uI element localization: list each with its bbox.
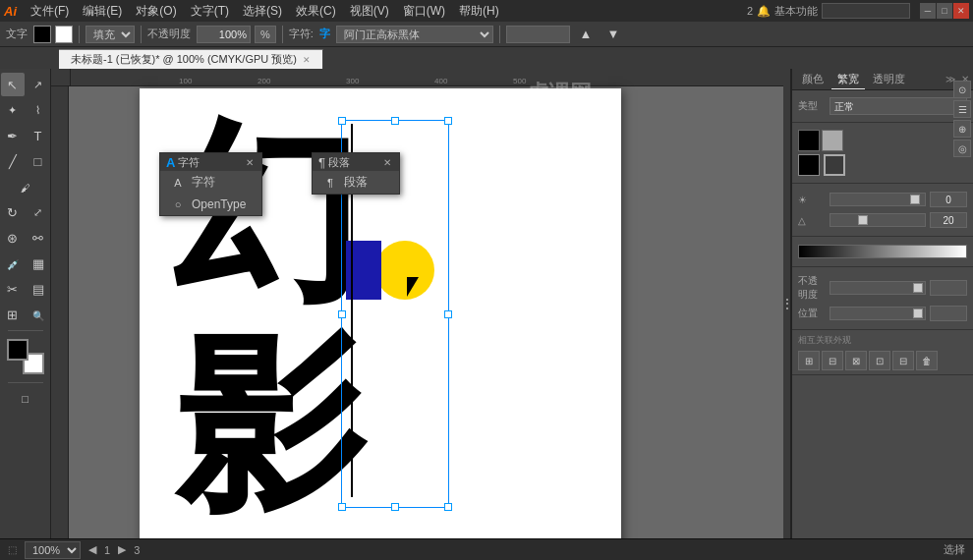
down-icon[interactable]: ▼ [601,25,625,44]
menu-view[interactable]: 视图(V) [344,1,395,22]
menu-edit[interactable]: 编辑(E) [77,1,128,22]
handle-tc[interactable] [391,117,399,125]
char-label-zf: 字符 [192,174,215,191]
ruler-mark-4: 400 [434,77,447,85]
rp-gradient-bar[interactable] [798,245,967,258]
char-item-opentype[interactable]: ○ OpenType [160,194,261,215]
rp-btn-2[interactable]: ⊟ [822,351,843,370]
status-page: 1 [104,544,110,556]
maximize-button[interactable]: □ [937,3,952,19]
selection-tool[interactable] [1,73,25,96]
para-panel-close[interactable]: ✕ [381,156,393,168]
menu-help[interactable]: 帮助(H) [453,1,505,22]
rp-type-select[interactable]: 正常 [830,97,967,115]
main-layout: ↗ ✦ ⌇ ⤢ [0,69,973,538]
handle-tr[interactable] [444,117,452,125]
rp-btn-5[interactable]: ⊟ [892,351,914,370]
handle-bl[interactable] [338,503,346,511]
magic-wand-tool[interactable]: ✦ [1,98,25,122]
rp-tab-color[interactable]: 颜色 [796,70,830,88]
lasso-tool[interactable]: ⌇ [27,98,50,122]
rp-position-input[interactable] [930,306,967,321]
brush-tool[interactable] [14,175,37,198]
rp-level-input[interactable] [930,212,967,228]
menu-select[interactable]: 选择(S) [237,1,288,22]
handle-bc[interactable] [391,503,399,511]
status-right-arrow[interactable]: ▶ [118,543,126,556]
menu-text[interactable]: 文字(T) [185,1,235,22]
fill-swatch-fg[interactable] [33,26,51,43]
para-icon: ¶ [322,175,338,191]
search-input[interactable] [822,3,910,19]
color-selector[interactable] [7,339,44,374]
eyedrop-tool[interactable] [1,252,25,275]
rp-btn-3[interactable]: ⊠ [845,351,867,370]
char-item-zf[interactable]: A 字符 [160,171,261,194]
foreground-color-swatch[interactable] [7,339,29,361]
direct-select-tool[interactable]: ↗ [27,73,50,96]
rp-tool-2[interactable]: ☰ [953,100,971,118]
rp-angle-slider[interactable] [830,193,926,206]
char-panel-close[interactable]: ✕ [244,156,256,168]
rp-swatch-black[interactable] [798,130,820,151]
warp-tool[interactable] [1,226,25,250]
menu-effect[interactable]: 效果(C) [290,1,342,22]
opacity-input[interactable]: 100% [197,26,251,43]
rp-btn-1[interactable]: ⊞ [798,351,820,370]
tab-close-btn[interactable]: ✕ [303,55,311,65]
rp-tool-1[interactable]: ⊙ [953,81,971,98]
rp-opacity-input[interactable] [930,280,967,296]
rp-level-slider[interactable] [830,213,926,227]
fill-none-btn[interactable]: □ [14,387,37,411]
rect-tool[interactable] [27,149,50,173]
para-item[interactable]: ¶ 段落 [313,171,399,194]
rp-btn-4[interactable]: ⊡ [869,351,890,370]
scissors-tool[interactable] [1,277,25,301]
text-tool[interactable] [27,124,50,147]
line-tool[interactable] [1,149,25,173]
rotate-tool[interactable] [1,200,25,224]
rp-fill-color[interactable] [798,154,820,176]
rp-tool-4[interactable]: ◎ [953,140,971,157]
mesh-tool[interactable] [1,303,25,326]
rp-swatch-gray[interactable] [822,130,843,151]
left-toolbar: ↗ ✦ ⌇ ⤢ [0,69,51,538]
status-left-arrow[interactable]: ◀ [88,543,96,556]
rp-type-section: 美型 正常 [792,90,973,123]
zoom-select[interactable]: 100% [25,541,81,559]
rp-position-slider[interactable] [830,307,926,320]
canvas-tab[interactable]: 未标题-1 (已恢复)* @ 100% (CMYK/GPU 预览) ✕ [59,49,323,69]
scale-tool[interactable]: ⤢ [27,200,50,224]
rp-angle-input[interactable] [930,192,967,207]
fill-swatch-bg[interactable] [55,26,73,43]
chart-tool[interactable] [27,277,50,301]
font-family-select[interactable]: 阿门正高标黑体 [336,26,493,43]
handle-ml[interactable] [338,310,346,318]
font-size-input[interactable]: 249.75 [506,26,570,43]
menu-window[interactable]: 窗口(W) [397,1,451,22]
rp-btn-6[interactable]: 🗑 [916,351,938,370]
handle-mr[interactable] [444,310,452,318]
menu-file[interactable]: 文件(F) [25,1,75,22]
canvas-area[interactable]: 100 200 300 400 500 幻 影 [51,69,783,538]
up-icon[interactable]: ▲ [574,25,598,44]
rp-tool-3[interactable]: ⊕ [953,120,971,138]
pen-tool[interactable] [1,124,25,147]
rp-opacity-slider[interactable] [830,281,926,295]
workspace-label[interactable]: 基本功能 [774,4,818,19]
blend-tool[interactable] [27,226,50,250]
close-button[interactable]: ✕ [953,3,969,19]
menu-object[interactable]: 对象(O) [130,1,182,22]
rp-tab-transparency[interactable]: 透明度 [867,70,911,88]
minimize-button[interactable]: ─ [920,3,936,19]
opacity-btn[interactable]: % [255,26,276,43]
zoom-tool[interactable] [27,303,50,326]
fill-type-select[interactable]: 填充 [86,26,135,43]
right-panel-handle[interactable]: ⋮ [783,69,791,538]
rp-tab-stroke[interactable]: 繁宽 [831,70,865,89]
rp-stroke-color[interactable] [824,154,845,176]
rp-opacity-label: 不透明度 [798,274,826,302]
handle-br[interactable] [444,503,452,511]
gradient-tool[interactable] [27,252,50,275]
handle-tl[interactable] [338,117,346,125]
